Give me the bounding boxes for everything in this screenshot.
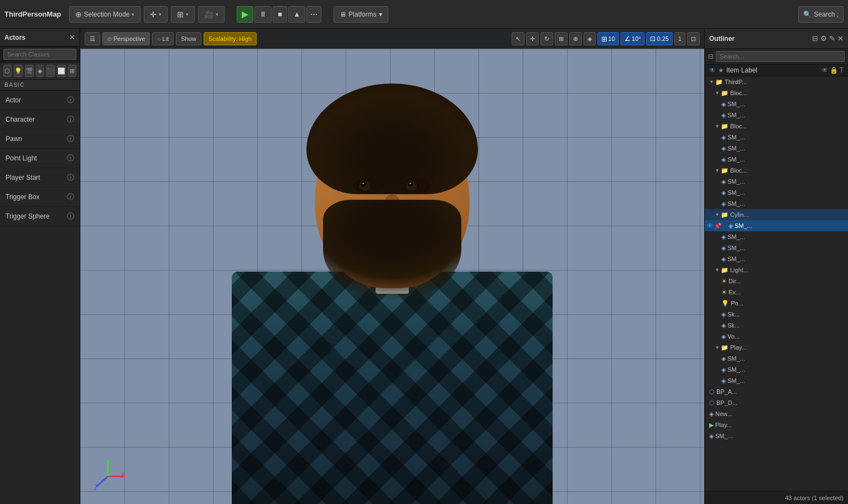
tree-item-selected[interactable]: 👁 📌 ◈ SM_... bbox=[705, 220, 848, 231]
outliner-search-input[interactable] bbox=[716, 51, 845, 62]
list-item[interactable]: ◈ Sk... bbox=[705, 309, 848, 320]
move-tool-button[interactable]: ✛ bbox=[526, 32, 539, 45]
search-top-button[interactable]: 🔍 Search ; bbox=[798, 6, 844, 23]
panel-close-button[interactable]: ✕ bbox=[69, 33, 75, 41]
list-item[interactable]: ◈ SM_... bbox=[705, 353, 848, 364]
more-play-button[interactable]: ⋯ bbox=[306, 6, 321, 23]
list-item[interactable]: ◈ SM_... bbox=[705, 98, 848, 110]
list-item[interactable]: ◈ Sk... bbox=[705, 320, 848, 331]
tree-item-bloc2[interactable]: ▼ 📁 Bloc... bbox=[705, 121, 848, 132]
list-item[interactable]: ◈ SM_... bbox=[705, 364, 848, 375]
list-item[interactable]: ◈ SM_... bbox=[705, 231, 848, 242]
viewport[interactable]: ☰ ⊙ Perspective ○ Lit Show Scalability: … bbox=[80, 29, 704, 504]
info-icon-character[interactable]: ⓘ bbox=[67, 115, 74, 124]
actor-item-trigger-box[interactable]: Trigger Box ⓘ bbox=[0, 188, 80, 207]
scalability-badge[interactable]: Scalability: High bbox=[204, 32, 257, 45]
list-item[interactable]: ◈ SM_... bbox=[705, 154, 848, 165]
panel-title: Actors bbox=[4, 34, 25, 41]
transform-button[interactable]: ✛ ▾ bbox=[144, 6, 168, 23]
info-icon-trigger-box[interactable]: ⓘ bbox=[67, 192, 74, 202]
tree-item-cylinder[interactable]: ▼ 📁 Cylin... bbox=[705, 209, 848, 220]
lit-label: Lit bbox=[163, 35, 169, 42]
surface-snapping-button[interactable]: ◈ bbox=[584, 32, 596, 45]
lights-icon[interactable]: 💡 bbox=[14, 65, 23, 77]
outliner-filter-btn[interactable]: ⊟ bbox=[708, 53, 714, 60]
actor-item-player-start[interactable]: Player Start ⓘ bbox=[0, 168, 80, 188]
viewport-gizmo: X Y Z bbox=[91, 460, 124, 493]
info-icon-trigger-sphere[interactable]: ⓘ bbox=[67, 211, 74, 221]
tree-item-bloc3[interactable]: ▼ 📁 Bloc... bbox=[705, 165, 848, 176]
outliner-close-icon[interactable]: ✕ bbox=[837, 34, 844, 43]
rotate-tool-button[interactable]: ↻ bbox=[540, 32, 553, 45]
show-button[interactable]: Show bbox=[176, 32, 201, 45]
outliner-filter-icon[interactable]: ⊟ bbox=[812, 34, 818, 43]
tree-item-player[interactable]: ▼ 📁 Play... bbox=[705, 342, 848, 353]
list-item[interactable]: ◈ SM_... bbox=[705, 132, 848, 143]
list-item[interactable]: ◈ New... bbox=[705, 408, 848, 419]
search-classes-input[interactable] bbox=[3, 49, 76, 60]
actor-item-trigger-sphere[interactable]: Trigger Sphere ⓘ bbox=[0, 207, 80, 226]
list-item[interactable]: ◈ SM_... bbox=[705, 187, 848, 198]
tree-item-bloc1[interactable]: ▼ 📁 Bloc... bbox=[705, 87, 848, 98]
list-item[interactable]: ⬡ BP_A... bbox=[705, 386, 848, 397]
list-item[interactable]: ◈ SM_... bbox=[705, 253, 848, 264]
list-item[interactable]: ◈ SM_... bbox=[705, 430, 848, 441]
volumes-icon[interactable]: ⬜ bbox=[57, 65, 66, 77]
basic-icon[interactable]: ⬡ bbox=[3, 65, 12, 77]
platforms-button[interactable]: 🖥 Platforms ▾ bbox=[334, 6, 388, 23]
perspective-button[interactable]: ⊙ Perspective bbox=[102, 32, 150, 45]
actor-item-actor[interactable]: Actor ⓘ bbox=[0, 91, 80, 110]
hamburger-menu-button[interactable]: ☰ bbox=[85, 32, 100, 45]
col-type-icon[interactable]: T bbox=[840, 66, 844, 74]
info-icon-pawn[interactable]: ⓘ bbox=[67, 134, 74, 144]
character-figure bbox=[212, 89, 572, 504]
outliner-status: 43 actors (1 selected) bbox=[705, 491, 848, 504]
grid-snap-button[interactable]: ⊞ 10 bbox=[597, 32, 619, 45]
list-item[interactable]: ◈ SM_... bbox=[705, 198, 848, 209]
list-item[interactable]: ⬡ BP_D... bbox=[705, 397, 848, 408]
stop-button[interactable]: ■ bbox=[273, 6, 287, 23]
list-item[interactable]: ◈ SM_... bbox=[705, 176, 848, 187]
list-item[interactable]: ◈ SM_... bbox=[705, 375, 848, 386]
lit-button[interactable]: ○ Lit bbox=[152, 32, 174, 45]
list-item[interactable]: ◈ SM_... bbox=[705, 242, 848, 253]
selection-mode-button[interactable]: ⊕ Selection Mode ▾ bbox=[69, 6, 141, 23]
list-item[interactable]: ☀ Dir... bbox=[705, 276, 848, 287]
list-item[interactable]: 💡 Po... bbox=[705, 298, 848, 309]
play-button[interactable]: ▶ bbox=[237, 6, 253, 23]
character-eye-left bbox=[353, 178, 384, 194]
outliner-settings-icon[interactable]: ⚙ bbox=[820, 34, 827, 43]
tree-item-root[interactable]: ▼ 📁 ThirdP... bbox=[705, 76, 848, 87]
pause-button[interactable]: ⏸ bbox=[254, 6, 272, 23]
info-icon-point-light[interactable]: ⓘ bbox=[67, 153, 74, 163]
tree-item-lights[interactable]: ▼ 📁 Light... bbox=[705, 264, 848, 276]
outliner-edit-icon[interactable]: ✎ bbox=[829, 34, 835, 43]
viewport-toolbar: ☰ ⊙ Perspective ○ Lit Show Scalability: … bbox=[80, 29, 704, 49]
camera-button[interactable]: 🎥 ▾ bbox=[198, 6, 225, 23]
skip-button[interactable]: ▲ bbox=[288, 6, 305, 23]
angle-snap-button[interactable]: ∠ 10° bbox=[621, 32, 645, 45]
list-item[interactable]: ☀ Ex... bbox=[705, 287, 848, 298]
geometry-icon[interactable]: ⬛ bbox=[46, 65, 55, 77]
scale-tool-button[interactable]: ⊞ bbox=[555, 32, 568, 45]
actor-item-point-light[interactable]: Point Light ⓘ bbox=[0, 149, 80, 168]
visual-icon[interactable]: ◈ bbox=[36, 65, 44, 77]
info-icon-actor[interactable]: ⓘ bbox=[67, 95, 74, 105]
actor-item-pawn[interactable]: Pawn ⓘ bbox=[0, 129, 80, 149]
maximize-button[interactable]: ⊡ bbox=[687, 32, 700, 45]
select-tool-button[interactable]: ↖ bbox=[512, 32, 524, 45]
list-item[interactable]: ◈ SM_... bbox=[705, 110, 848, 121]
transform-space-button[interactable]: ⊕ bbox=[569, 32, 582, 45]
col-lock-icon[interactable]: 🔒 bbox=[830, 66, 838, 74]
info-icon-player-start[interactable]: ⓘ bbox=[67, 173, 74, 183]
cinematic-icon[interactable]: 🎬 bbox=[25, 65, 34, 77]
list-item[interactable]: ▶ Play... bbox=[705, 419, 848, 430]
actor-item-character[interactable]: Character ⓘ bbox=[0, 110, 80, 129]
scale-snap-button[interactable]: ⊡ 0.25 bbox=[646, 32, 672, 45]
list-item[interactable]: ◈ SM_... bbox=[705, 143, 848, 154]
all-icon[interactable]: ⊞ bbox=[68, 65, 76, 77]
list-item[interactable]: ◈ Vo... bbox=[705, 331, 848, 342]
col-visibility-icon[interactable]: 👁 bbox=[821, 66, 828, 74]
layout-select-button[interactable]: 1 bbox=[674, 32, 685, 45]
snap-button[interactable]: ⊞ ▾ bbox=[171, 6, 195, 23]
